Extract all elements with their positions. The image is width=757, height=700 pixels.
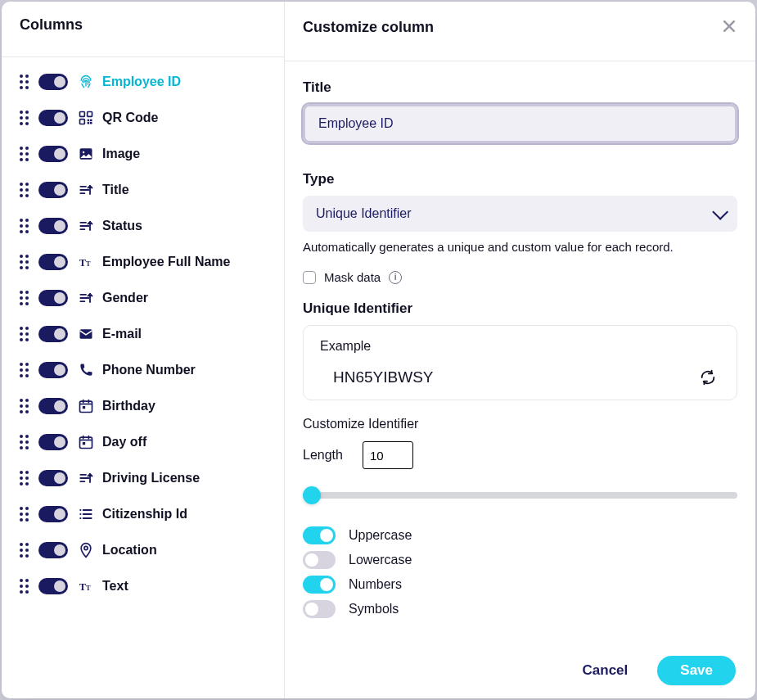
location-icon <box>78 542 94 558</box>
cancel-button[interactable]: Cancel <box>583 662 629 679</box>
drag-handle-icon[interactable] <box>20 327 29 341</box>
qr-code-icon <box>78 110 94 126</box>
column-item[interactable]: TTText <box>2 568 284 604</box>
column-toggle[interactable] <box>38 506 68 522</box>
column-label-wrap: Birthday <box>78 398 155 414</box>
svg-rect-4 <box>90 122 92 124</box>
drag-handle-icon[interactable] <box>20 291 29 305</box>
drag-handle-icon[interactable] <box>20 255 29 269</box>
drag-handle-icon[interactable] <box>20 507 29 522</box>
column-label: Birthday <box>102 399 155 413</box>
fingerprint-icon <box>78 74 94 90</box>
close-button[interactable] <box>721 16 737 38</box>
column-item[interactable]: Image <box>2 136 284 172</box>
column-item[interactable]: Employee ID <box>2 64 284 100</box>
save-button[interactable]: Save <box>657 656 736 685</box>
column-toggle[interactable] <box>38 326 68 342</box>
title-label: Title <box>303 79 737 96</box>
customize-label: Customize Identifier <box>303 417 737 431</box>
column-item[interactable]: Title <box>2 172 284 208</box>
example-label: Example <box>320 339 720 354</box>
column-label: E-mail <box>102 327 142 341</box>
column-item[interactable]: Day off <box>2 424 284 460</box>
column-item[interactable]: E-mail <box>2 316 284 352</box>
option-toggle[interactable] <box>303 526 336 544</box>
column-toggle[interactable] <box>38 578 68 594</box>
drag-handle-icon[interactable] <box>20 363 29 377</box>
column-label: Day off <box>102 435 146 449</box>
column-item[interactable]: Location <box>2 532 284 568</box>
calendar-icon <box>78 398 94 414</box>
column-toggle[interactable] <box>38 110 68 126</box>
column-label-wrap: TTEmployee Full Name <box>78 254 231 270</box>
column-item[interactable]: Gender <box>2 280 284 316</box>
phone-icon <box>78 362 94 378</box>
column-toggle[interactable] <box>38 398 68 414</box>
drag-handle-icon[interactable] <box>20 435 29 449</box>
drag-handle-icon[interactable] <box>20 471 29 485</box>
identifier-option: Symbols <box>303 600 737 618</box>
column-item[interactable]: Driving License <box>2 460 284 496</box>
column-toggle[interactable] <box>38 434 68 450</box>
column-item[interactable]: Status <box>2 208 284 244</box>
uid-heading: Unique Identifier <box>303 300 737 317</box>
column-toggle[interactable] <box>38 542 68 558</box>
info-icon[interactable]: i <box>389 271 402 284</box>
option-toggle[interactable] <box>303 600 336 618</box>
drag-handle-icon[interactable] <box>20 219 29 233</box>
length-input[interactable] <box>363 441 413 469</box>
calendar-icon <box>78 434 94 450</box>
drag-handle-icon[interactable] <box>20 111 29 125</box>
column-item[interactable]: QR Code <box>2 100 284 136</box>
column-toggle[interactable] <box>38 290 68 306</box>
example-value: HN65YIBWSY <box>333 368 433 386</box>
svg-rect-2 <box>80 120 85 124</box>
option-toggle[interactable] <box>303 551 336 569</box>
column-toggle[interactable] <box>38 182 68 198</box>
option-toggle[interactable] <box>303 576 336 594</box>
panel-footer: Cancel Save <box>285 649 755 698</box>
column-label-wrap: QR Code <box>78 110 158 126</box>
drag-handle-icon[interactable] <box>20 75 29 89</box>
column-toggle[interactable] <box>38 218 68 234</box>
option-label: Symbols <box>349 602 399 616</box>
option-label: Numbers <box>349 577 402 592</box>
title-input[interactable] <box>303 104 737 143</box>
drag-handle-icon[interactable] <box>20 183 29 197</box>
svg-text:T: T <box>86 585 91 592</box>
svg-rect-3 <box>88 120 90 122</box>
refresh-icon <box>699 368 717 386</box>
drag-handle-icon[interactable] <box>20 147 29 161</box>
columns-list: Employee IDQR CodeImageTitleStatusTTEmpl… <box>2 57 284 616</box>
svg-rect-14 <box>80 437 92 448</box>
slider-thumb[interactable] <box>303 486 321 504</box>
sort-icon <box>78 290 94 306</box>
column-toggle[interactable] <box>38 254 68 270</box>
refresh-button[interactable] <box>699 368 717 386</box>
column-item[interactable]: TTEmployee Full Name <box>2 244 284 280</box>
svg-point-18 <box>79 517 81 519</box>
type-select[interactable]: Unique Identifier <box>303 196 737 232</box>
column-label: Employee ID <box>102 75 181 89</box>
column-label: Gender <box>102 291 148 305</box>
column-toggle[interactable] <box>38 74 68 90</box>
drag-handle-icon[interactable] <box>20 579 29 594</box>
column-label-wrap: E-mail <box>78 326 142 342</box>
svg-rect-12 <box>80 401 92 412</box>
panel-body: Title Type Unique Identifier Automatical… <box>285 61 755 649</box>
column-item[interactable]: Citizenship Id <box>2 496 284 532</box>
length-slider[interactable] <box>303 492 737 508</box>
svg-rect-1 <box>88 112 92 117</box>
column-toggle[interactable] <box>38 470 68 486</box>
column-item[interactable]: Phone Number <box>2 352 284 388</box>
drag-handle-icon[interactable] <box>20 543 29 558</box>
mask-data-checkbox[interactable] <box>303 271 316 284</box>
column-toggle[interactable] <box>38 362 68 378</box>
drag-handle-icon[interactable] <box>20 399 29 413</box>
sort-icon <box>78 182 94 198</box>
column-label: Image <box>102 147 140 161</box>
column-toggle[interactable] <box>38 146 68 162</box>
column-label: Employee Full Name <box>102 255 231 269</box>
column-item[interactable]: Birthday <box>2 388 284 424</box>
option-label: Uppercase <box>349 528 412 543</box>
